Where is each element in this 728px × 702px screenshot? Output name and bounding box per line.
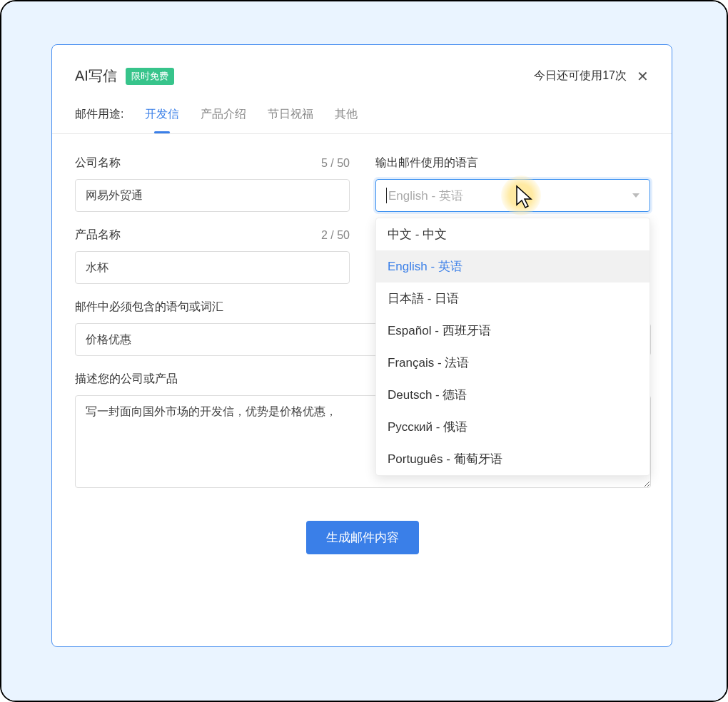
product-field: 产品名称 2 / 50 [75,228,350,284]
language-option[interactable]: English - 英语 [376,250,649,283]
text-cursor [386,188,387,203]
modal-header: AI写信 限时免费 今日还可使用17次 ✕ [52,45,672,91]
company-field: 公司名称 5 / 50 [75,156,350,212]
tab-other[interactable]: 其他 [335,107,358,133]
product-char-count: 2 / 50 [321,229,350,242]
language-option[interactable]: Português - 葡萄牙语 [376,443,649,475]
company-char-count: 5 / 50 [321,157,350,170]
close-icon[interactable]: ✕ [637,68,649,85]
language-option[interactable]: Deutsch - 德语 [376,379,649,411]
company-input[interactable] [75,179,350,212]
tabs-label: 邮件用途: [75,107,123,133]
tab-product-intro[interactable]: 产品介绍 [201,107,246,133]
modal-title: AI写信 [75,66,117,86]
language-dropdown: 中文 - 中文 English - 英语 日本語 - 日语 Español - … [375,218,650,476]
product-label: 产品名称 [75,228,121,243]
usage-counter: 今日还可使用17次 [534,68,627,83]
description-label: 描述您的公司或产品 [75,372,178,387]
language-option[interactable]: 日本語 - 日语 [376,283,649,315]
tab-dev-letter[interactable]: 开发信 [145,107,179,133]
free-badge: 限时免费 [126,68,174,85]
language-option[interactable]: Español - 西班牙语 [376,315,649,347]
language-field: 输出邮件使用的语言 English - 英语 [375,156,650,212]
tab-holiday[interactable]: 节日祝福 [268,107,313,133]
language-select[interactable]: English - 英语 [375,179,650,212]
language-option[interactable]: 中文 - 中文 [376,218,649,250]
generate-button[interactable]: 生成邮件内容 [306,521,419,554]
product-input[interactable] [75,251,350,284]
ai-write-modal: AI写信 限时免费 今日还可使用17次 ✕ 邮件用途: 开发信 产品介绍 节日祝… [51,44,672,647]
purpose-tabs: 邮件用途: 开发信 产品介绍 节日祝福 其他 [52,91,672,134]
language-placeholder: English - 英语 [388,188,463,204]
company-label: 公司名称 [75,156,121,171]
chevron-down-icon [632,193,639,198]
language-option[interactable]: Русский - 俄语 [376,411,649,443]
keywords-label: 邮件中必须包含的语句或词汇 [75,300,223,315]
language-option[interactable]: Français - 法语 [376,347,649,379]
language-label: 输出邮件使用的语言 [375,156,478,171]
